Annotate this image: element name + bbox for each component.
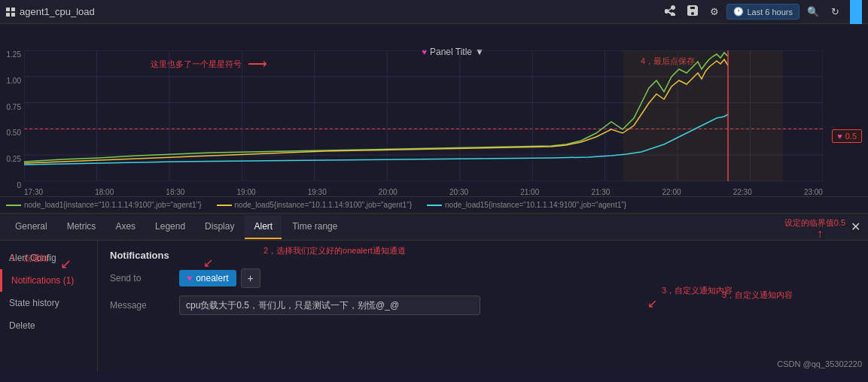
legend-color-yellow <box>217 205 232 206</box>
tab-axes[interactable]: Axes <box>106 215 145 239</box>
clock-icon: 🕐 <box>733 7 744 17</box>
time-range-button[interactable]: 🕐 Last 6 hours <box>726 4 799 20</box>
tab-display[interactable]: Display <box>196 215 243 239</box>
legend-color-cyan <box>427 205 442 206</box>
x-label-1830: 18:30 <box>166 188 184 196</box>
x-label-1930: 19:30 <box>308 188 327 196</box>
refresh-button[interactable]: ↻ <box>827 3 844 20</box>
threshold-label: ♥ 0.5 <box>832 129 862 143</box>
header-actions: ⚙ 🕐 Last 6 hours 🔍 ↻ <box>660 0 862 24</box>
tab-content: Alert Config Notifications (1) State his… <box>0 241 868 371</box>
x-axis: 17:30 18:00 18:30 19:00 19:30 20:00 20:3… <box>24 188 823 196</box>
settings-button[interactable]: ⚙ <box>705 3 723 20</box>
channel-name: onealert <box>196 273 228 283</box>
onealert-channel-button[interactable]: ♥ onealert <box>179 270 236 286</box>
sidebar-item-delete[interactable]: Delete <box>0 314 97 337</box>
y-label-075: 0.75 <box>7 103 21 111</box>
y-label-125: 1.25 <box>7 50 21 59</box>
search-button[interactable]: 🔍 <box>803 3 824 20</box>
share-button[interactable] <box>660 2 680 21</box>
accent-bar <box>850 0 862 24</box>
x-label-1800: 18:00 <box>95 188 114 196</box>
header: agent1_cpu_load ⚙ 🕐 Last 6 hours 🔍 ↻ <box>0 0 868 24</box>
threshold-heart-icon: ♥ <box>837 132 842 141</box>
y-label-050: 0.50 <box>7 129 21 137</box>
close-button[interactable]: ✕ <box>843 214 868 240</box>
sidebar-label-alert-config: Alert Config <box>9 253 56 263</box>
sidebar-item-notifications[interactable]: Notifications (1) <box>0 269 97 292</box>
legend-color-green <box>6 205 21 206</box>
grid-icon <box>6 8 15 17</box>
threshold-value: 0.5 <box>845 132 857 141</box>
chart-svg-container <box>24 50 823 181</box>
x-label-2200: 22:00 <box>662 188 681 196</box>
legend-label-3: node_load15{instance="10.1.1.14:9100",jo… <box>445 201 626 209</box>
y-label-100: 1.00 <box>7 77 21 85</box>
tab-legend[interactable]: Legend <box>146 215 194 239</box>
y-label-0: 0 <box>17 181 21 189</box>
x-label-2130: 21:30 <box>591 188 610 196</box>
legend-label-1: node_load1{instance="10.1.1.14:9100",job… <box>24 201 202 209</box>
send-to-row: Send to ♥ onealert + <box>110 268 856 288</box>
csdn-footer: CSDN @qq_35302220 <box>777 359 862 368</box>
add-channel-button[interactable]: + <box>241 268 260 288</box>
y-label-025: 0.25 <box>7 155 21 163</box>
chart-area: 这里也多了一个星星符号 ⟶ 4，最后点保存 ♥ Panel Title ▼ 1.… <box>0 24 868 197</box>
x-label-2300: 23:00 <box>804 188 823 196</box>
x-label-1730: 17:30 <box>24 188 43 196</box>
bottom-panel: General Metrics Axes Legend Display Aler… <box>0 214 868 371</box>
message-label: Message <box>110 296 170 311</box>
tab-alert[interactable]: Alert <box>245 215 282 239</box>
legend-area: node_load1{instance="10.1.1.14:9100",job… <box>0 197 868 214</box>
x-label-2000: 20:00 <box>379 188 397 196</box>
chart-grid <box>24 50 823 181</box>
message-input[interactable] <box>179 296 480 315</box>
tab-metrics[interactable]: Metrics <box>58 215 105 239</box>
y-axis: 1.25 1.00 0.75 0.50 0.25 0 <box>0 50 24 189</box>
svg-rect-19 <box>623 50 783 181</box>
x-label-1900: 19:00 <box>237 188 256 196</box>
content-area: Notifications Send to ♥ onealert + <box>98 241 868 371</box>
content-inner: Notifications Send to ♥ onealert + <box>98 241 868 332</box>
legend-item-3: node_load15{instance="10.1.1.14:9100",jo… <box>427 201 626 209</box>
panel-section: General Metrics Axes Legend Display Aler… <box>0 214 868 371</box>
tab-time-range[interactable]: Time range <box>283 215 346 239</box>
legend-item-1: node_load1{instance="10.1.1.14:9100",job… <box>6 201 202 209</box>
message-control <box>179 296 856 315</box>
header-title-area: agent1_cpu_load <box>6 6 660 17</box>
x-label-2100: 21:00 <box>520 188 539 196</box>
send-to-control: ♥ onealert + <box>179 268 856 288</box>
tab-bar: General Metrics Axes Legend Display Aler… <box>0 214 868 241</box>
sidebar-item-alert-config[interactable]: Alert Config <box>0 247 97 269</box>
legend-label-2: node_load5{instance="10.1.1.14:9100",job… <box>235 201 413 209</box>
notifications-title: Notifications <box>110 250 856 261</box>
x-label-2230: 22:30 <box>733 188 752 196</box>
x-label-2030: 20:30 <box>449 188 468 196</box>
time-range-label: Last 6 hours <box>747 8 793 17</box>
sidebar: Alert Config Notifications (1) State his… <box>0 241 98 371</box>
page-title: agent1_cpu_load <box>20 6 95 17</box>
send-to-label: Send to <box>110 268 170 283</box>
legend-item-2: node_load5{instance="10.1.1.14:9100",job… <box>217 201 413 209</box>
channel-heart-icon: ♥ <box>187 273 192 283</box>
save-button[interactable] <box>683 2 702 21</box>
tab-general[interactable]: General <box>6 215 56 239</box>
message-row: Message <box>110 296 856 315</box>
sidebar-item-state-history[interactable]: State history <box>0 292 97 314</box>
